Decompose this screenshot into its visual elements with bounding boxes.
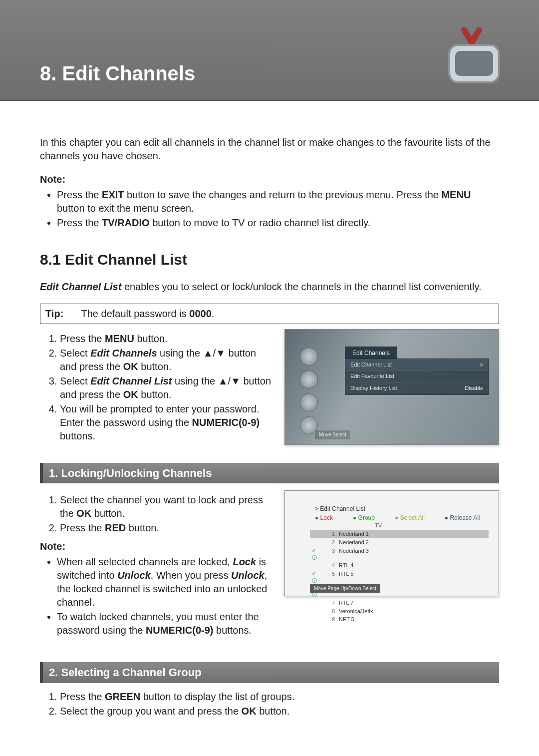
steps-list: Press the GREEN button to display the li… xyxy=(40,690,499,718)
page-body: In this chapter you can edit all channel… xyxy=(0,101,539,733)
osd-channel-row: 8Veronica/Jetix xyxy=(310,607,489,616)
intro-paragraph: In this chapter you can edit all channel… xyxy=(40,136,499,163)
osd-channel-row: 7RTL 7 xyxy=(310,599,489,607)
page-header: 8. Edit Channels xyxy=(0,0,539,101)
steps-list: Press the MENU button. Select Edit Chann… xyxy=(40,332,274,443)
note-list: When all selected channels are locked, L… xyxy=(40,555,274,637)
osd-menu: Edit Channel List> Edit Favourite List D… xyxy=(345,359,489,395)
screenshot-edit-channel-list: > Edit Channel List Lock Group Select Al… xyxy=(284,490,499,596)
section-heading: 8.1 Edit Channel List xyxy=(40,250,499,270)
osd-channel-row: 2Nederland 2 xyxy=(310,538,489,547)
osd-color-buttons: Lock Group Select All Release All xyxy=(315,514,489,522)
osd-tv-label: TV xyxy=(375,522,382,529)
chapter-title: 8. Edit Channels xyxy=(40,62,195,85)
step-item: Select the channel you want to lock and … xyxy=(60,493,274,520)
note-item: Press the TV/RADIO button to move to TV … xyxy=(57,216,499,230)
osd-menu-row: Edit Favourite List xyxy=(345,371,488,382)
step-item: Press the GREEN button to display the li… xyxy=(60,690,499,704)
osd-sidebar-icons xyxy=(300,348,335,434)
section-lead: Edit Channel List enables you to select … xyxy=(40,280,499,294)
note-item: When all selected channels are locked, L… xyxy=(57,555,274,609)
osd-menu-row: Display History ListDisable xyxy=(345,382,488,394)
subsection-heading: 1. Locking/Unlocking Channels xyxy=(40,463,499,484)
step-item: Select Edit Channels using the ▲/▼ butto… xyxy=(60,347,274,374)
osd-yellow-selectall: Select All xyxy=(395,514,425,522)
osd-red-lock: Lock xyxy=(315,514,333,522)
osd-icon xyxy=(300,348,318,366)
osd-green-group: Group xyxy=(353,514,375,522)
osd-blue-releaseall: Release All xyxy=(445,514,480,522)
osd-channel-list: 1Nederland 1 2Nederland 2 ✔ ⨀3Nederland … xyxy=(310,530,489,624)
note-heading: Note: xyxy=(40,173,499,186)
osd-icon xyxy=(300,393,318,411)
osd-icon xyxy=(300,371,318,388)
tv-icon xyxy=(439,20,509,92)
tip-label: Tip: xyxy=(45,308,63,319)
osd-title: Edit Channels xyxy=(345,347,397,360)
step-item: You will be prompted to enter your passw… xyxy=(60,402,274,443)
osd-breadcrumb: > Edit Channel List xyxy=(315,505,365,513)
note-heading: Note: xyxy=(40,540,274,553)
note-list: Press the EXIT button to save the change… xyxy=(40,188,499,230)
note-item: To watch locked channels, you must enter… xyxy=(57,610,274,637)
osd-channel-row: ✔ ⨀5RTL 5 xyxy=(310,570,489,584)
step-item: Select Edit Channel List using the ▲/▼ b… xyxy=(60,375,274,401)
screenshot-edit-channels-menu: Edit Channels Edit Channel List> Edit Fa… xyxy=(284,329,499,445)
subsection-heading: 2. Selecting a Channel Group xyxy=(40,662,499,683)
svg-rect-1 xyxy=(455,51,493,76)
osd-menu-row: Edit Channel List> xyxy=(345,359,488,371)
step-item: Select the group you want and press the … xyxy=(60,705,499,718)
osd-footer-hint: Move Page Up/Down Select xyxy=(310,584,380,593)
osd-channel-row: 9NET 5 xyxy=(310,615,489,624)
step-item: Press the MENU button. xyxy=(60,332,274,346)
steps-list: Select the channel you want to lock and … xyxy=(40,493,274,535)
tip-box: Tip: The default password is 0000. xyxy=(40,304,499,324)
osd-hint: Move Select xyxy=(315,430,350,439)
osd-channel-row: 4RTL 4 xyxy=(310,561,489,570)
osd-channel-row: 1Nederland 1 xyxy=(310,530,489,538)
osd-channel-row: ✔ ⨀3Nederland 3 xyxy=(310,547,489,561)
step-item: Press the RED button. xyxy=(60,521,274,535)
note-item: Press the EXIT button to save the change… xyxy=(57,188,499,215)
